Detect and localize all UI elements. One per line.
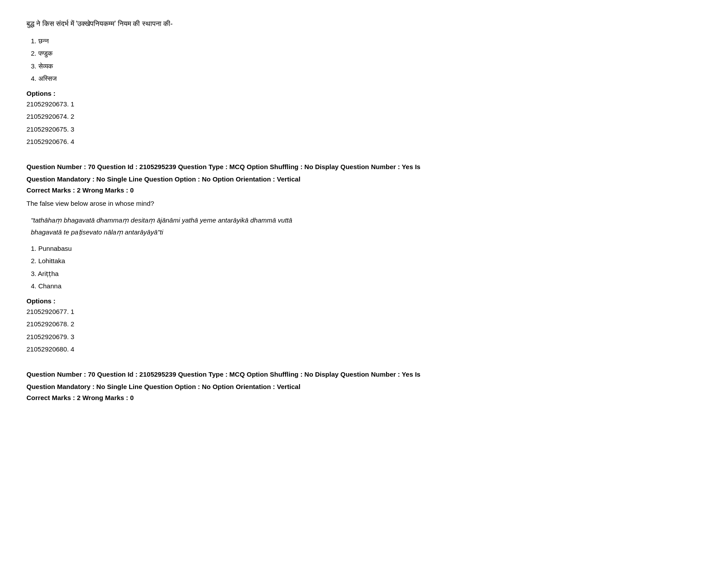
option-code: 21052920678. 2 [26,318,702,331]
list-item: 1. छन्न [31,35,702,48]
option-number: 1. [31,37,37,45]
prev-options-list: 1. छन्न 2. पण्डुक 3. सेव्यक 4. अस्सिज [31,35,702,85]
option-text: Punnabasu [38,245,72,252]
q70-options-list: 1. Punnabasu 2. Lohittaka 3. Ariṭṭha 4. … [31,242,702,293]
option-number: 3. [31,270,37,277]
option-text: Lohittaka [38,257,65,264]
question-70-section: Question Number : 70 Question Id : 21052… [26,162,702,356]
question-header-repeat-line2: Question Mandatory : No Single Line Ques… [26,382,702,392]
question-text: The false view below arose in whose mind… [26,198,702,209]
list-item: 1. Punnabasu [31,242,702,255]
option-text: पण्डुक [38,49,53,57]
list-item: 3. सेव्यक [31,60,702,73]
passage-line1: "tathāhaṃ bhagavatā dhammaṃ desitaṃ ājān… [31,214,702,238]
list-item: 4. Channa [31,280,702,293]
option-number: 2. [31,49,37,57]
list-item: 2. Lohittaka [31,255,702,268]
option-text: छन्न [38,37,49,45]
correct-marks: Correct Marks : 2 Wrong Marks : 0 [26,186,702,194]
options-label: Options : [26,90,702,97]
list-item: 3. Ariṭṭha [31,268,702,280]
question-header-line2: Question Mandatory : No Single Line Ques… [26,174,702,185]
option-number: 2. [31,257,37,264]
question-70-repeat-section: Question Number : 70 Question Id : 21052… [26,369,702,401]
passage-text-line1: "tathāhaṃ bhagavatā dhammaṃ desitaṃ ājān… [31,214,702,226]
option-code: 21052920680. 4 [26,343,702,356]
hindi-question-text: बुद्ध ने किस संदर्भ में 'उक्खेपनियकम्म' … [26,18,702,30]
option-code: 21052920677. 1 [26,306,702,318]
option-text: सेव्यक [38,62,53,70]
option-code: 21052920676. 4 [26,136,702,148]
correct-marks-repeat: Correct Marks : 2 Wrong Marks : 0 [26,394,702,401]
option-code: 21052920673. 1 [26,98,702,111]
option-number: 4. [31,75,37,82]
option-number: 3. [31,62,37,70]
option-text: अस्सिज [38,75,57,82]
option-code: 21052920674. 2 [26,110,702,123]
list-item: 4. अस्सिज [31,72,702,85]
question-header-repeat-line1: Question Number : 70 Question Id : 21052… [26,369,702,380]
previous-question: बुद्ध ने किस संदर्भ में 'उक्खेपनियकम्म' … [26,18,702,148]
option-text: Channa [38,282,62,290]
list-item: 2. पण्डुक [31,47,702,60]
option-text: Ariṭṭha [38,270,59,277]
question-header-line1: Question Number : 70 Question Id : 21052… [26,162,702,172]
passage-text-line2: bhagavatā te paṭisevato nālaṃ antarāyāyā… [31,226,702,238]
option-number: 4. [31,282,37,290]
option-code: 21052920675. 3 [26,123,702,136]
option-code: 21052920679. 3 [26,331,702,344]
options-label-q70: Options : [26,297,702,305]
option-number: 1. [31,245,37,252]
